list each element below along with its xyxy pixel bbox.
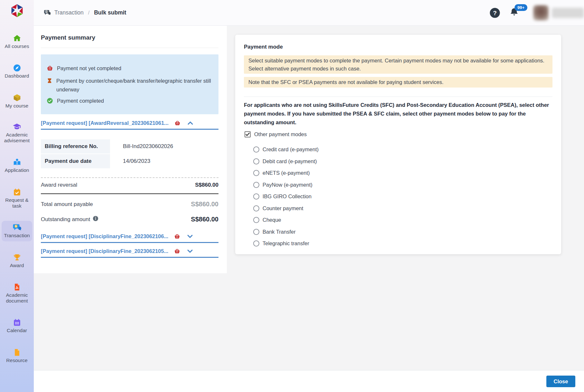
basket-icon (174, 233, 180, 239)
sidebar-item-label: Academic advisement (2, 132, 32, 144)
breadcrumb-separator: / (84, 10, 94, 16)
outstanding-amount-row: Outstanding amount S$860.00 (41, 216, 218, 223)
sidebar-item-request-task[interactable]: Request & task (2, 185, 32, 212)
payment-options-list: Credit card (e-payment) Debit card (e-pa… (253, 144, 552, 250)
radio-label: eNETS (e-payment) (263, 170, 310, 176)
sidebar-item-label: Resource (6, 358, 27, 363)
sidebar-item-all-courses[interactable]: All courses (2, 32, 32, 52)
table-row: Payment due date 14/06/2023 (41, 154, 218, 168)
radio-icon[interactable] (253, 217, 259, 223)
payment-mode-warning: Select suitable payment modes to complet… (244, 55, 552, 74)
graduation-cap-icon (13, 123, 21, 131)
radio-icon[interactable] (253, 205, 259, 211)
payment-status-legend: Payment not yet completed Payment by cou… (41, 54, 218, 114)
notifications-bell[interactable]: 99+ (509, 7, 519, 18)
footer-bar: Close (34, 370, 584, 392)
radio-icon[interactable] (253, 158, 259, 164)
sidebar-item-label: Request & task (2, 197, 32, 209)
basket-icon (47, 64, 53, 74)
sidebar-item-academic-advisement[interactable]: Academic advisement (2, 121, 32, 146)
sidebar-item-resource[interactable]: Resource (2, 346, 32, 366)
chevron-down-icon[interactable] (187, 249, 193, 253)
radio-option-enets[interactable]: eNETS (e-payment) (253, 167, 552, 179)
legend-item: Payment by counter/cheque/bank transfer/… (47, 77, 213, 94)
radio-icon[interactable] (253, 229, 259, 235)
radio-icon[interactable] (253, 146, 259, 153)
file-icon (13, 348, 21, 357)
chat-dollar-icon: $ (12, 223, 22, 232)
payment-mode-instruction: For applicants who are not using SkillsF… (244, 101, 552, 127)
chevron-up-icon[interactable] (188, 121, 193, 125)
radio-label: Telegraphic transfer (263, 240, 309, 247)
main-content: Payment summary Payment not yet complete… (34, 26, 584, 392)
cube-icon (13, 94, 21, 102)
radio-option-debit-card[interactable]: Debit card (e-payment) (253, 155, 552, 167)
payment-request-link[interactable]: [Payment request] [DisciplinaryFine_2023… (41, 248, 168, 254)
radio-label: Bank Transfer (263, 229, 296, 235)
sidebar-item-transaction[interactable]: $ Transaction (2, 221, 32, 241)
radio-icon[interactable] (253, 193, 259, 200)
sidebar-item-label: Dashboard (5, 73, 29, 79)
payment-summary-title: Payment summary (41, 34, 218, 41)
legend-text: Payment not yet completed (57, 64, 121, 74)
radio-option-telegraphic-transfer[interactable]: Telegraphic transfer (253, 238, 552, 250)
person-book-icon (13, 158, 21, 166)
chevron-down-icon[interactable] (187, 235, 193, 238)
hourglass-icon (47, 77, 52, 94)
payment-request-link[interactable]: [Payment request] [DisciplinaryFine_2023… (41, 233, 168, 239)
breadcrumb-section[interactable]: Transaction (54, 9, 84, 16)
radio-icon[interactable] (253, 240, 259, 247)
radio-label: PayNow (e-payment) (263, 182, 312, 188)
divider (244, 97, 552, 97)
checkbox-label: Other payment modes (254, 131, 307, 137)
radio-option-counter-payment[interactable]: Counter payment (253, 202, 552, 214)
info-icon[interactable] (93, 216, 98, 223)
radio-icon[interactable] (253, 182, 259, 188)
sidebar-item-label: All courses (5, 43, 29, 49)
payment-request-link[interactable]: [Payment request] [AwardReversal_2023062… (41, 120, 169, 126)
radio-label: Credit card (e-payment) (263, 146, 319, 153)
radio-option-cheque[interactable]: Cheque (253, 214, 552, 226)
billing-details-table: Billing reference No. Bill-Ind2023060202… (41, 139, 218, 168)
check-circle-icon (47, 97, 53, 107)
line-item-label: Award reversal (41, 182, 77, 188)
legend-item: Payment not yet completed (47, 64, 213, 74)
calendar-check-icon (13, 188, 21, 196)
payment-mode-card: Payment mode Select suitable payment mod… (235, 35, 561, 254)
sidebar: All courses Dashboard My course Academic… (0, 0, 34, 392)
total-amount-row: Total amount payable S$860.00 (41, 201, 218, 208)
app-logo[interactable] (0, 0, 34, 23)
sidebar-item-academic-document[interactable]: Academic document (2, 280, 32, 307)
detail-value: Bill-Ind20230602026 (110, 139, 173, 154)
request-underline (41, 242, 218, 243)
other-payment-modes-checkbox[interactable]: Other payment modes (245, 131, 552, 137)
payment-request-row: [Payment request] [AwardReversal_2023062… (41, 120, 218, 126)
outstanding-label: Outstanding amount (41, 216, 90, 223)
radio-option-ibg-giro[interactable]: IBG GIRO Collection (253, 191, 552, 203)
sidebar-item-label: My course (5, 103, 29, 109)
shutter-logo-icon (10, 3, 24, 19)
sidebar-item-label: Transaction (4, 233, 30, 238)
radio-option-paynow[interactable]: PayNow (e-payment) (253, 179, 552, 191)
sidebar-item-dashboard[interactable]: Dashboard (2, 61, 32, 81)
request-underline (41, 129, 218, 130)
radio-icon[interactable] (253, 170, 259, 176)
total-label: Total amount payable (41, 201, 93, 208)
avatar[interactable] (533, 5, 549, 21)
user-name-redacted[interactable] (552, 8, 584, 18)
top-actions: ? 99+ (489, 5, 584, 21)
sidebar-item-my-course[interactable]: My course (2, 91, 32, 111)
close-button[interactable]: Close (546, 376, 575, 387)
total-divider (41, 193, 218, 194)
sidebar-item-application[interactable]: Application (2, 155, 32, 176)
radio-option-credit-card[interactable]: Credit card (e-payment) (253, 144, 552, 156)
radio-option-bank-transfer[interactable]: Bank Transfer (253, 226, 552, 238)
line-item-value: S$860.00 (195, 182, 218, 188)
outstanding-value: S$860.00 (191, 216, 218, 223)
payment-mode-note: Note that the SFC or PSEA payments are n… (244, 77, 552, 88)
checkbox-checked-icon[interactable] (245, 131, 251, 137)
help-icon[interactable]: ? (489, 7, 500, 18)
sidebar-item-award[interactable]: Award (2, 251, 32, 271)
sidebar-item-calendar[interactable]: Calendar (2, 316, 32, 336)
basket-icon (174, 120, 181, 126)
